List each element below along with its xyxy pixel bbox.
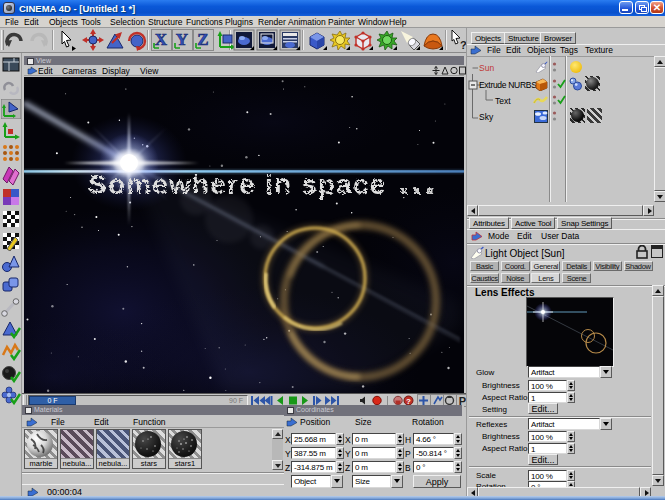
svg-text:X: X [155,30,168,49]
svg-text:Z: Z [197,30,208,49]
svg-text:Somewhere in space: Somewhere in space [88,169,387,200]
svg-text:Y: Y [176,30,188,49]
